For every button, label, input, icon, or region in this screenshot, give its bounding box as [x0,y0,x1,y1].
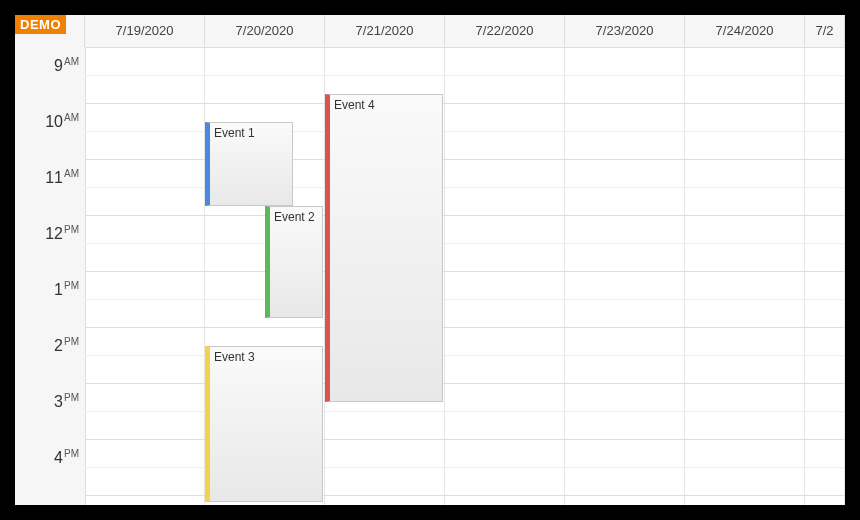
grid-line [85,103,845,104]
calendar-event[interactable]: Event 3 [205,346,323,503]
grid-line [85,383,845,384]
grid-line [85,47,845,48]
grid-line [85,271,845,272]
calendar-event[interactable]: Event 4 [325,94,443,402]
event-title: Event 4 [334,98,375,112]
calendar-header: 7/19/2020 7/20/2020 7/21/2020 7/22/2020 … [15,15,845,48]
grid-line [85,75,845,76]
grid-line [85,187,845,188]
hour-label: 12PM [45,224,79,243]
hour-label: 9AM [54,56,79,75]
hour-label: 10AM [45,112,79,131]
grid-line [85,159,845,160]
grid-line [85,411,845,412]
grid-line [85,467,845,468]
day-column[interactable] [805,47,845,505]
day-column[interactable] [565,47,685,505]
date-header[interactable]: 7/22/2020 [445,15,565,47]
calendar-event[interactable]: Event 1 [205,122,293,206]
grid-line [85,299,845,300]
grid-line [85,439,845,440]
hour-label: 2PM [54,336,79,355]
hour-label: 3PM [54,392,79,411]
time-gutter: 9AM10AM11AM12PM1PM2PM3PM4PM [15,47,86,505]
date-header[interactable]: 7/21/2020 [325,15,445,47]
grid-line [85,495,845,496]
day-column[interactable] [85,47,205,505]
hour-label: 4PM [54,448,79,467]
grid-line [85,243,845,244]
grid-line [85,355,845,356]
date-header[interactable]: 7/20/2020 [205,15,325,47]
calendar-event[interactable]: Event 2 [265,206,323,318]
grid-line [85,131,845,132]
hour-label: 11AM [45,168,79,187]
grid-line [85,215,845,216]
event-title: Event 1 [214,126,255,140]
event-title: Event 3 [214,350,255,364]
grid-line [85,327,845,328]
calendar-grid[interactable]: Event 1Event 2Event 3Event 4 [85,47,845,505]
date-header[interactable]: 7/19/2020 [85,15,205,47]
hour-label: 1PM [54,280,79,299]
day-column[interactable] [685,47,805,505]
date-header-partial[interactable]: 7/2 [805,15,845,47]
date-header[interactable]: 7/23/2020 [565,15,685,47]
demo-badge: DEMO [15,15,66,34]
event-title: Event 2 [274,210,315,224]
day-column[interactable] [445,47,565,505]
date-header[interactable]: 7/24/2020 [685,15,805,47]
